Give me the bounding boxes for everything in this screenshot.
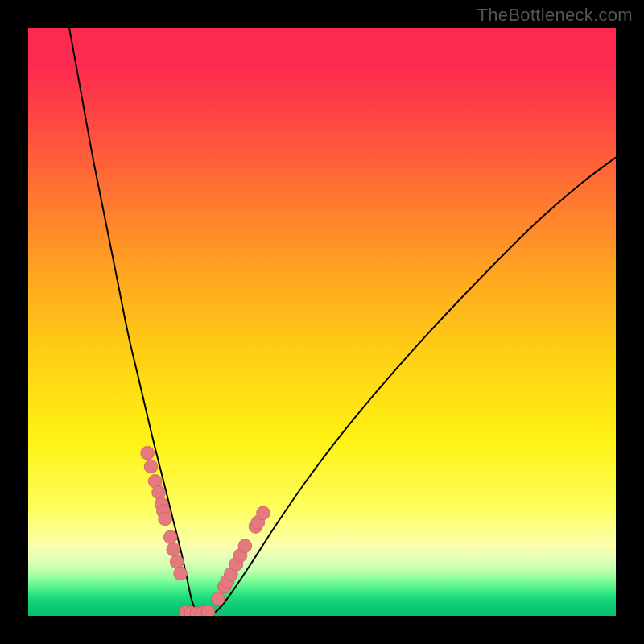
data-dot bbox=[167, 543, 180, 556]
data-dot bbox=[174, 567, 188, 580]
data-dot bbox=[144, 460, 158, 473]
data-dot bbox=[159, 512, 172, 526]
chart-frame: TheBottleneck.com bbox=[0, 0, 644, 644]
data-dot bbox=[211, 592, 225, 605]
data-dot bbox=[152, 485, 166, 499]
data-dot bbox=[257, 506, 270, 520]
data-dot bbox=[170, 555, 184, 568]
data-dot bbox=[141, 446, 155, 460]
data-dot bbox=[238, 539, 252, 553]
data-dot bbox=[201, 605, 215, 616]
watermark-text: TheBottleneck.com bbox=[477, 5, 633, 26]
plot-area bbox=[28, 28, 616, 616]
data-dot bbox=[163, 530, 177, 544]
curve-line bbox=[69, 28, 616, 615]
chart-svg bbox=[28, 28, 616, 616]
